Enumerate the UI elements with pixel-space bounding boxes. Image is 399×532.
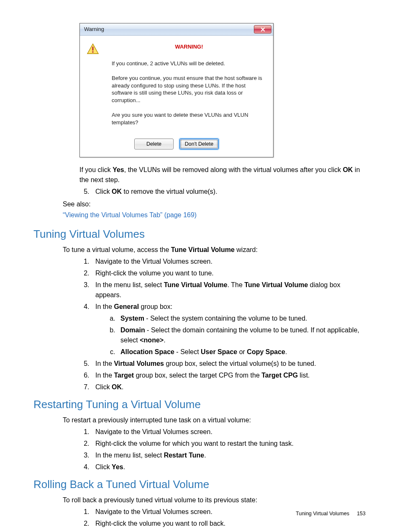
tuning-intro: To tune a virtual volume, access the Tun… xyxy=(63,245,366,255)
tuning-step-4c: Allocation Space - Select User Space or … xyxy=(117,347,366,357)
dialog-heading: WARNING! xyxy=(112,43,266,51)
dialog-text-1: If you continue, 2 active VLUNs will be … xyxy=(112,60,266,67)
warning-icon xyxy=(87,43,101,131)
dont-delete-button[interactable]: Don't Delete xyxy=(179,139,219,149)
dialog-title: Warning xyxy=(84,26,254,33)
svg-rect-1 xyxy=(92,46,93,50)
close-icon xyxy=(261,27,265,32)
warning-dialog: Warning WARNING! If you continue, 2 acti… xyxy=(79,23,274,157)
close-button[interactable] xyxy=(254,25,271,33)
tuning-step-7: Click OK. xyxy=(91,382,366,392)
svg-rect-2 xyxy=(92,51,93,53)
dialog-text-3: Are you sure you want to delete these VL… xyxy=(112,111,266,126)
tuning-step-6: In the Target group box, select the targ… xyxy=(91,370,366,380)
heading-rollback: Rolling Back a Tuned Virtual Volume xyxy=(33,476,366,493)
restart-step-3: In the menu list, select Restart Tune. xyxy=(91,450,366,460)
rollback-step-2: Right-click the volume you want to roll … xyxy=(91,519,366,529)
rollback-intro: To roll back a previously tuned virtual … xyxy=(63,495,366,505)
heading-restart: Restarting Tuning a Virtual Volume xyxy=(33,396,366,413)
dialog-titlebar: Warning xyxy=(80,23,273,36)
restart-step-2: Right-click the volume for which you wan… xyxy=(91,439,366,449)
tuning-step-4a: System - Select the system containing th… xyxy=(117,314,366,324)
restart-step-4: Click Yes. xyxy=(91,462,366,472)
heading-tuning: Tuning Virtual Volumes xyxy=(33,226,366,242)
see-also-label: See also: xyxy=(63,199,366,209)
footer-section: Tuning Virtual Volumes xyxy=(296,511,349,517)
footer-page-number: 153 xyxy=(357,511,366,517)
tuning-step-4: In the General group box: System - Selec… xyxy=(91,302,366,357)
if-yes-paragraph: If you click Yes, the VLUNs will be remo… xyxy=(79,165,366,185)
rollback-step-3: In the menu list, select Rollback Tune. xyxy=(91,530,366,532)
remove-step-5: Click OK to remove the virtual volume(s)… xyxy=(91,187,366,197)
restart-step-1: Navigate to the Virtual Volumes screen. xyxy=(91,427,366,437)
see-also-link[interactable]: “Viewing the Virtual Volumes Tab” (page … xyxy=(63,210,366,220)
tuning-step-1: Navigate to the Virtual Volumes screen. xyxy=(91,257,366,267)
tuning-step-5: In the Virtual Volumes group box, select… xyxy=(91,359,366,369)
tuning-step-2: Right-click the volume you want to tune. xyxy=(91,268,366,278)
delete-button[interactable]: Delete xyxy=(134,139,174,149)
tuning-step-4b: Domain - Select the domain containing th… xyxy=(117,325,366,345)
restart-intro: To restart a previously interrupted tune… xyxy=(63,415,366,425)
page-footer: Tuning Virtual Volumes153 xyxy=(296,510,366,518)
dialog-text-2: Before you continue, you must ensure tha… xyxy=(112,75,266,104)
tuning-step-3: In the menu list, select Tune Virtual Vo… xyxy=(91,280,366,300)
